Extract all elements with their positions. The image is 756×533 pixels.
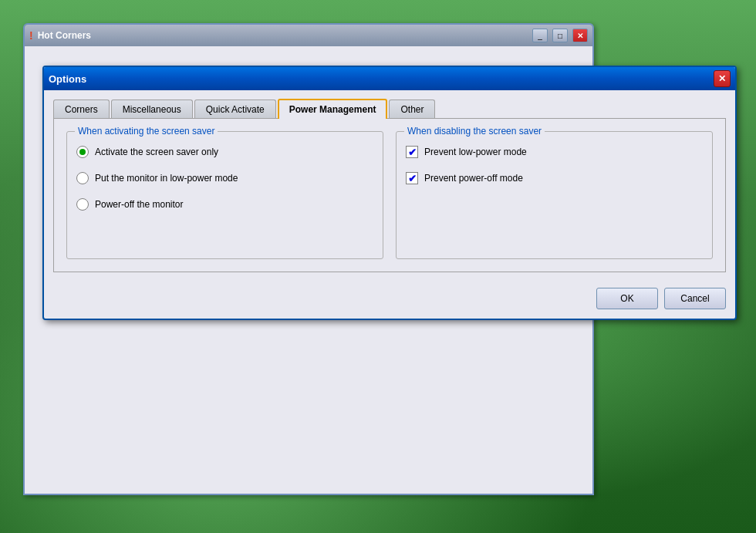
options-dialog: Options ✕ Corners Miscellaneous Quick Ac… bbox=[42, 66, 737, 320]
checkbox-prevent-low-power-box: ✔ bbox=[406, 146, 418, 158]
tab-content-power-management: When activating the screen saver Activat… bbox=[53, 118, 726, 272]
close-button[interactable]: ✕ bbox=[572, 29, 588, 42]
options-body: Corners Miscellaneous Quick Activate Pow… bbox=[44, 90, 735, 319]
checkbox-prevent-power-off-label: Prevent power-off mode bbox=[424, 173, 523, 184]
disabling-group-content: ✔ Prevent low-power mode ✔ Prevent power… bbox=[406, 146, 703, 184]
maximize-button[interactable]: □ bbox=[552, 29, 568, 42]
radio-power-off[interactable]: Power-off the monitor bbox=[76, 198, 373, 211]
tab-corners[interactable]: Corners bbox=[53, 100, 110, 119]
radio-activate-only[interactable]: Activate the screen saver only bbox=[76, 146, 373, 158]
radio-power-off-circle bbox=[76, 198, 89, 211]
tab-miscellaneous[interactable]: Miscellaneous bbox=[111, 100, 193, 119]
buttons-row: OK Cancel bbox=[53, 282, 726, 309]
checkbox-prevent-low-power-label: Prevent low-power mode bbox=[424, 147, 527, 157]
activating-group-title: When activating the screen saver bbox=[75, 126, 218, 137]
tab-power-management[interactable]: Power Management bbox=[278, 99, 388, 119]
radio-activate-only-label: Activate the screen saver only bbox=[95, 147, 218, 157]
minimize-button[interactable]: _ bbox=[532, 29, 548, 42]
disabling-group: When disabling the screen saver ✔ Preven… bbox=[396, 131, 713, 259]
exclamation-icon: ! bbox=[29, 29, 33, 42]
hot-corners-titlebar: ! Hot Corners _ □ ✕ bbox=[25, 25, 592, 46]
activating-group-content: Activate the screen saver only Put the m… bbox=[76, 146, 373, 211]
hot-corners-title: Hot Corners bbox=[38, 30, 528, 41]
checkbox-prevent-low-power[interactable]: ✔ Prevent low-power mode bbox=[406, 146, 703, 158]
ok-button[interactable]: OK bbox=[596, 288, 658, 309]
tabs-bar: Corners Miscellaneous Quick Activate Pow… bbox=[53, 98, 726, 118]
radio-low-power-label: Put the monitor in low-power mode bbox=[95, 173, 238, 184]
radio-power-off-label: Power-off the monitor bbox=[95, 199, 184, 210]
radio-low-power-circle bbox=[76, 172, 89, 184]
options-titlebar: Options ✕ bbox=[44, 67, 735, 90]
tab-other[interactable]: Other bbox=[389, 100, 435, 119]
radio-activate-only-circle bbox=[76, 146, 89, 158]
checkbox-prevent-power-off[interactable]: ✔ Prevent power-off mode bbox=[406, 172, 703, 184]
radio-low-power[interactable]: Put the monitor in low-power mode bbox=[76, 172, 373, 184]
tab-quick-activate[interactable]: Quick Activate bbox=[194, 100, 276, 119]
checkbox-prevent-power-off-box: ✔ bbox=[406, 172, 418, 184]
options-title: Options bbox=[49, 73, 709, 85]
options-close-button[interactable]: ✕ bbox=[714, 70, 731, 87]
activating-group: When activating the screen saver Activat… bbox=[66, 131, 383, 259]
disabling-group-title: When disabling the screen saver bbox=[404, 126, 545, 137]
cancel-button[interactable]: Cancel bbox=[664, 288, 726, 309]
